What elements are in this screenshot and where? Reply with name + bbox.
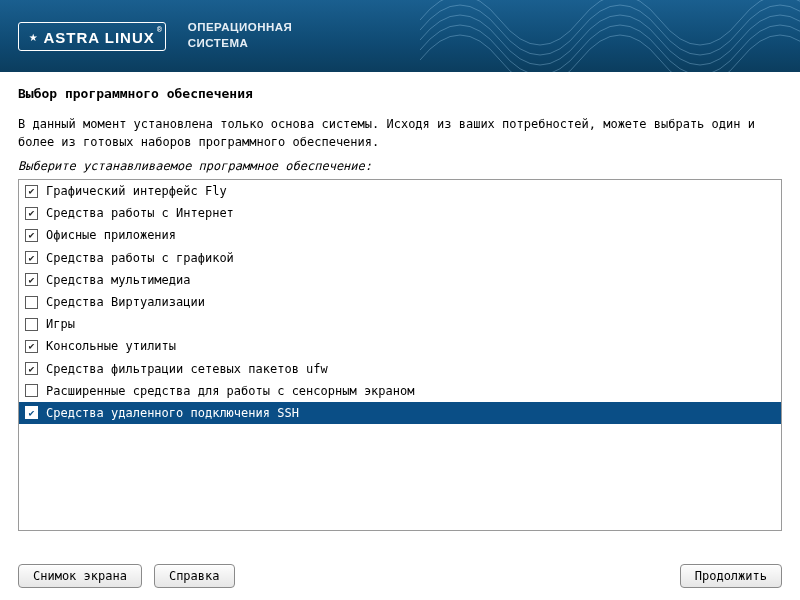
header-subtitle: ОПЕРАЦИОННАЯ СИСТЕМА — [188, 20, 293, 51]
software-item-label: Офисные приложения — [46, 227, 176, 243]
software-item[interactable]: Расширенные средства для работы с сенсор… — [19, 380, 781, 402]
software-item-label: Консольные утилиты — [46, 338, 176, 354]
installer-header: ★ ASTRA LINUX ® ОПЕРАЦИОННАЯ СИСТЕМА — [0, 0, 800, 72]
screenshot-button[interactable]: Снимок экрана — [18, 564, 142, 588]
page-description: В данный момент установлена только основ… — [18, 115, 782, 151]
checkbox-icon[interactable] — [25, 185, 38, 198]
checkbox-icon[interactable] — [25, 384, 38, 397]
star-icon: ★ — [29, 29, 37, 43]
checkbox-icon[interactable] — [25, 296, 38, 309]
checkbox-icon[interactable] — [25, 251, 38, 264]
software-item-label: Средства работы с графикой — [46, 250, 234, 266]
software-list[interactable]: Графический интерфейс FlyСредства работы… — [18, 179, 782, 531]
checkbox-icon[interactable] — [25, 318, 38, 331]
logo-text: ASTRA LINUX — [43, 29, 154, 46]
software-item[interactable]: Средства мультимедиа — [19, 269, 781, 291]
software-item-label: Средства удаленного подключения SSH — [46, 405, 299, 421]
registered-icon: ® — [157, 25, 162, 34]
software-item-label: Игры — [46, 316, 75, 332]
checkbox-icon[interactable] — [25, 362, 38, 375]
checkbox-icon[interactable] — [25, 340, 38, 353]
software-item[interactable]: Графический интерфейс Fly — [19, 180, 781, 202]
checkbox-icon[interactable] — [25, 273, 38, 286]
software-item-label: Средства фильтрации сетевых пакетов ufw — [46, 361, 328, 377]
checkbox-icon[interactable] — [25, 229, 38, 242]
footer-bar: Снимок экрана Справка Продолжить — [0, 552, 800, 600]
help-button[interactable]: Справка — [154, 564, 235, 588]
software-item-label: Расширенные средства для работы с сенсор… — [46, 383, 414, 399]
software-item-label: Средства мультимедиа — [46, 272, 191, 288]
content-area: Выбор программного обеспечения В данный … — [0, 72, 800, 539]
software-item[interactable]: Офисные приложения — [19, 224, 781, 246]
software-item-label: Графический интерфейс Fly — [46, 183, 227, 199]
continue-button[interactable]: Продолжить — [680, 564, 782, 588]
page-instruction: Выберите устанавливаемое программное обе… — [18, 159, 782, 173]
software-item[interactable]: Консольные утилиты — [19, 335, 781, 357]
header-pattern-decor — [420, 0, 800, 72]
software-item[interactable]: Средства работы с графикой — [19, 247, 781, 269]
software-item[interactable]: Средства фильтрации сетевых пакетов ufw — [19, 358, 781, 380]
page-title: Выбор программного обеспечения — [18, 86, 782, 101]
software-item[interactable]: Средства работы с Интернет — [19, 202, 781, 224]
software-item-label: Средства работы с Интернет — [46, 205, 234, 221]
checkbox-icon[interactable] — [25, 406, 38, 419]
header-subtitle-line2: СИСТЕМА — [188, 36, 293, 52]
logo: ★ ASTRA LINUX ® — [18, 22, 166, 51]
software-item[interactable]: Игры — [19, 313, 781, 335]
checkbox-icon[interactable] — [25, 207, 38, 220]
software-item[interactable]: Средства удаленного подключения SSH — [19, 402, 781, 424]
software-item[interactable]: Средства Виртуализации — [19, 291, 781, 313]
header-subtitle-line1: ОПЕРАЦИОННАЯ — [188, 20, 293, 36]
software-item-label: Средства Виртуализации — [46, 294, 205, 310]
